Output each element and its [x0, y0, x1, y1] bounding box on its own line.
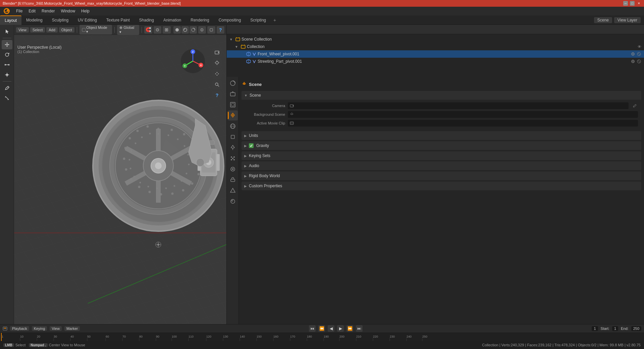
annotate-tool[interactable]	[2, 83, 12, 93]
scale-tool[interactable]	[2, 60, 12, 69]
render-visibility-icon-2[interactable]	[637, 59, 641, 64]
start-frame[interactable]: 1	[612, 326, 618, 331]
snap-button[interactable]: 🧲	[144, 26, 152, 34]
props-world-icon[interactable]	[228, 121, 238, 131]
select-menu-btn[interactable]: Select	[30, 27, 45, 33]
jump-to-prev-keyframe[interactable]: ⏪	[318, 325, 325, 332]
menu-window[interactable]: Window	[58, 8, 78, 14]
props-object-icon[interactable]	[228, 132, 238, 142]
object-visibility-icon[interactable]	[631, 52, 635, 56]
marker-menu[interactable]: Marker	[64, 326, 80, 331]
units-section-header[interactable]: ▶ Units	[241, 131, 641, 140]
tab-uv-editing[interactable]: UV Editing	[73, 15, 102, 25]
custom-props-header[interactable]: ▶ Custom Properties	[241, 182, 641, 190]
gravity-checkbox[interactable]	[249, 143, 254, 148]
camera-nav-icon[interactable]	[212, 48, 222, 57]
solid-mode[interactable]	[173, 26, 181, 34]
minimize-button[interactable]: ─	[623, 1, 628, 6]
scene-section-header[interactable]: ▼ Scene	[241, 91, 641, 100]
jump-to-start[interactable]: ⏮	[309, 325, 316, 332]
add-menu-btn[interactable]: Add	[46, 27, 58, 33]
audio-section-header[interactable]: ▶ Audio	[241, 161, 641, 170]
timeline-ruler[interactable]: 1 10 20 30 40 50 60 70 80 90 100 110 120…	[0, 333, 644, 341]
props-constraints-icon[interactable]	[228, 175, 238, 185]
view-layer-selector[interactable]: View Layer	[614, 17, 641, 23]
rotate-tool[interactable]	[2, 50, 12, 59]
props-modifier-icon[interactable]	[228, 143, 238, 153]
keying-sets-header[interactable]: ▶ Keying Sets	[241, 151, 641, 160]
transform-orientation[interactable]: ⊕ Global ▾	[117, 25, 139, 35]
viewport-overlays[interactable]	[198, 26, 206, 34]
end-frame[interactable]: 250	[631, 326, 641, 331]
mesh-icon-streeting	[246, 59, 251, 64]
object-mode-selector[interactable]: Object Mode ▾	[79, 25, 112, 35]
close-button[interactable]: ✕	[637, 1, 641, 6]
material-mode[interactable]	[181, 26, 189, 34]
viewport-3d[interactable]: View Select Add Object Object Mode ▾ ⊕ G…	[14, 25, 226, 324]
viewport-gizmo[interactable]: Z X Y	[179, 48, 206, 74]
zoom-nav-icon[interactable]	[212, 80, 222, 89]
menu-render[interactable]: Render	[39, 8, 57, 14]
view-menu[interactable]: View	[50, 326, 62, 331]
object-menu-btn[interactable]: Object	[59, 27, 74, 33]
viewport-gizmos[interactable]	[207, 26, 215, 34]
light-nav-icon[interactable]	[212, 58, 222, 68]
play[interactable]: ▶	[337, 325, 344, 332]
tab-layout[interactable]: Layout	[0, 15, 21, 25]
props-render-icon[interactable]	[228, 78, 238, 88]
rendered-mode[interactable]	[190, 26, 197, 34]
tab-sculpting[interactable]: Sculpting	[47, 15, 73, 25]
outliner-item-collection[interactable]: ▼ Collection 👁	[227, 43, 644, 50]
jump-to-next-keyframe[interactable]: ⏩	[346, 325, 353, 332]
playback-menu[interactable]: Playback	[10, 326, 29, 331]
transform-extra[interactable]: ⊞	[163, 26, 171, 34]
outliner-item-front-wheel[interactable]: Front_Wheel_pivot.001	[227, 50, 644, 58]
eye-icon-collection[interactable]: 👁	[638, 45, 641, 49]
outliner-item-streeting[interactable]: Streeting_Part_pivot.001	[227, 58, 644, 65]
transform-tool[interactable]	[2, 70, 12, 80]
vt-sep-2	[114, 27, 115, 33]
pan-nav-icon[interactable]	[212, 69, 222, 79]
tab-animation[interactable]: Animation	[159, 15, 186, 25]
tab-rendering[interactable]: Rendering	[186, 15, 214, 25]
tab-texture-paint[interactable]: Texture Paint	[102, 15, 135, 25]
background-scene-value[interactable]	[288, 111, 638, 118]
scene-selector[interactable]: Scene	[594, 17, 612, 23]
tab-modeling[interactable]: Modeling	[21, 15, 47, 25]
menu-file[interactable]: File	[13, 8, 25, 14]
proportional-edit[interactable]: ⊙	[154, 26, 162, 34]
tab-shading[interactable]: Shading	[135, 15, 159, 25]
cursor-tool[interactable]	[2, 27, 12, 36]
current-frame[interactable]: 1	[592, 326, 598, 331]
play-reverse[interactable]: ◀	[328, 325, 334, 332]
props-viewlayer-icon[interactable]	[228, 100, 238, 110]
camera-value[interactable]	[288, 102, 629, 109]
props-data-icon[interactable]	[228, 186, 238, 196]
tab-scripting[interactable]: Scripting	[246, 15, 271, 25]
add-workspace-button[interactable]: +	[271, 16, 279, 24]
menu-help[interactable]: Help	[78, 8, 92, 14]
viewport-help[interactable]: ?	[217, 26, 225, 34]
camera-edit-btn[interactable]	[631, 102, 638, 109]
rigid-body-header[interactable]: ▶ Rigid Body World	[241, 171, 641, 180]
move-tool[interactable]	[2, 40, 12, 49]
props-particles-icon[interactable]	[228, 153, 238, 163]
view-menu-btn[interactable]: View	[16, 27, 29, 33]
menu-edit[interactable]: Edit	[26, 8, 38, 14]
keying-menu[interactable]: Keying	[32, 326, 47, 331]
active-movie-clip-value[interactable]	[288, 120, 638, 127]
render-visibility-icon[interactable]	[637, 52, 641, 56]
jump-to-end[interactable]: ⏭	[356, 325, 363, 332]
props-scene-icon[interactable]	[228, 110, 238, 120]
svg-text:Y: Y	[184, 64, 186, 67]
measure-tool[interactable]	[2, 93, 12, 103]
props-output-icon[interactable]	[228, 89, 238, 99]
object-visibility-icon-2[interactable]	[631, 59, 635, 64]
props-material-icon[interactable]	[228, 196, 238, 206]
tab-compositing[interactable]: Compositing	[214, 15, 246, 25]
gravity-section-header[interactable]: ▶ Gravity	[241, 141, 641, 150]
help-nav-icon[interactable]: ?	[212, 91, 222, 100]
maximize-button[interactable]: □	[630, 1, 635, 6]
outliner-item-scene-collection[interactable]: ▼ Scene Collection	[227, 36, 644, 43]
props-physics-icon[interactable]	[228, 164, 238, 174]
